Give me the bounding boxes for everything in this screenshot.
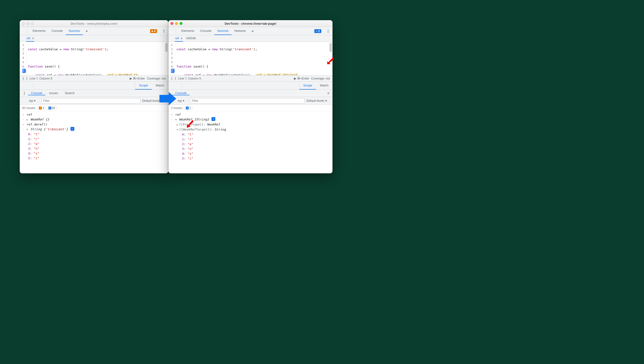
object-property[interactable]: 1: "r" (20, 137, 168, 142)
file-tab-vm[interactable]: VM348 (185, 35, 196, 42)
braces-icon[interactable]: { } (171, 77, 176, 80)
minimize-dot[interactable] (175, 22, 178, 25)
object-property[interactable]: 3: "n" (168, 146, 332, 151)
drawer-tab-console[interactable]: Console (172, 91, 190, 95)
tab-console[interactable]: Console (197, 27, 214, 35)
tab-scope[interactable]: Scope (135, 82, 152, 90)
object-property[interactable]: 4: "s" (168, 151, 332, 156)
object-property[interactable]: 3: "n" (20, 146, 168, 151)
log-levels[interactable]: Default levels ▾ (306, 99, 327, 102)
warn-pill[interactable]: !4 (37, 106, 46, 110)
code-content[interactable]: const cacheValue = new String('transient… (175, 42, 332, 75)
expand-icon[interactable] (177, 122, 179, 126)
step-over-icon[interactable] (172, 85, 174, 87)
coverage-status[interactable]: Coverage: n/a (147, 77, 166, 80)
issues-summary[interactable]: 2 Issues: ≡2 (168, 105, 332, 111)
run-snippet-icon[interactable] (170, 38, 172, 40)
close-drawer-icon[interactable]: × (326, 91, 331, 96)
close-dot[interactable] (170, 22, 173, 25)
tab-watch[interactable]: Watch (152, 82, 168, 90)
step-out-icon[interactable] (177, 85, 179, 87)
live-expression-icon[interactable] (38, 100, 40, 102)
step-icon[interactable] (179, 85, 181, 87)
inspect-icon[interactable] (21, 30, 23, 32)
run-icon[interactable] (21, 100, 23, 102)
coverage-status[interactable]: Coverage: n/a (311, 77, 330, 80)
clear-console-icon[interactable] (25, 100, 27, 102)
code-editor[interactable]: 1 2 3 4 5 6 7 const cacheValue = new Str… (168, 42, 332, 76)
titlebar[interactable]: DevTools - chrome://new-tab-page/ (168, 20, 332, 27)
object-property[interactable]: 5: "i" (20, 156, 168, 161)
filter-input[interactable] (190, 98, 305, 104)
tab-sources[interactable]: Sources (66, 27, 83, 35)
tab-console[interactable]: Console (49, 27, 66, 35)
tab-elements[interactable]: Elements (178, 27, 197, 35)
object-internal[interactable]: [[Prototype]]: WeakRef (168, 122, 332, 127)
context-selector[interactable]: top ▾ (178, 99, 184, 102)
expand-icon[interactable] (27, 127, 29, 132)
step-icon[interactable] (31, 85, 33, 87)
live-expression-icon[interactable] (186, 100, 188, 102)
step-into-icon[interactable] (26, 85, 28, 87)
line-gutter[interactable]: 1 2 3 4 5 6 7 (20, 42, 26, 75)
tab-scope[interactable]: Scope (299, 82, 316, 90)
console-output[interactable]: ref WeakRef {} ref.deref() String {'tran… (20, 111, 168, 173)
object-property[interactable]: 1: "r" (168, 137, 332, 142)
expand-icon[interactable] (27, 117, 29, 122)
console-output-row[interactable]: String {'transient'}i (20, 127, 168, 132)
deactivate-breakpoints-icon[interactable] (183, 85, 185, 87)
object-property[interactable]: 2: "a" (20, 142, 168, 146)
tab-network[interactable]: Network (232, 27, 249, 35)
object-property[interactable]: 4: "s" (20, 151, 168, 156)
more-menu-icon[interactable] (325, 28, 331, 34)
file-tab-ref[interactable]: ref × (175, 35, 183, 42)
object-property[interactable]: 5: "i" (168, 156, 332, 161)
settings-icon[interactable] (158, 30, 160, 32)
drawer-tab-console[interactable]: Console (28, 91, 45, 95)
run-snippet-icon[interactable] (22, 38, 24, 40)
object-property[interactable]: 0: "t" (168, 132, 332, 137)
deactivate-breakpoints-icon[interactable] (34, 85, 36, 87)
close-dot[interactable] (22, 22, 25, 25)
device-toggle-icon[interactable] (173, 30, 175, 32)
console-output[interactable]: ref WeakRef {String}i [[Prototype]]: Wea… (168, 111, 332, 173)
close-icon[interactable]: × (180, 36, 182, 40)
line-gutter[interactable]: 1 2 3 4 5 6 7 (168, 42, 175, 75)
device-toggle-icon[interactable] (24, 30, 26, 32)
object-property[interactable]: 0: "t" (20, 132, 168, 137)
tab-watch[interactable]: Watch (316, 82, 332, 90)
more-menu-icon[interactable] (161, 28, 167, 34)
braces-icon[interactable]: { } (22, 77, 28, 80)
tab-overflow[interactable]: » (83, 27, 91, 35)
code-editor[interactable]: 1 2 3 4 5 6 7 const cacheValue = new Str… (20, 42, 168, 76)
tab-sources[interactable]: Sources (214, 27, 232, 35)
settings-icon[interactable] (322, 30, 324, 32)
info-icon[interactable]: i (71, 127, 74, 131)
resume-icon[interactable] (21, 85, 23, 87)
expand-icon[interactable] (175, 117, 178, 122)
minimize-dot[interactable] (26, 22, 29, 25)
expand-icon[interactable] (177, 128, 179, 131)
zoom-dot[interactable] (179, 22, 182, 25)
issues-summary[interactable]: 92 Issues: !4 ≡88 (20, 105, 168, 111)
info-pill[interactable]: ≡2 (184, 106, 192, 110)
info-pill[interactable]: ≡88 (47, 106, 57, 110)
step-out-icon[interactable] (29, 85, 31, 87)
scrollbar[interactable] (329, 43, 332, 52)
object-internal[interactable]: [[WeakRefTarget]]: String (168, 127, 332, 132)
resume-icon[interactable] (170, 85, 172, 87)
step-into-icon[interactable] (175, 85, 177, 87)
tab-elements[interactable]: Elements (30, 27, 49, 35)
titlebar[interactable]: DevTools - www.photopea.com/ (20, 20, 168, 27)
tab-overflow[interactable]: » (249, 27, 256, 35)
warnings-badge[interactable]: ■4 (150, 29, 157, 33)
console-output-row[interactable]: WeakRef {} (20, 117, 168, 122)
scrollbar[interactable] (165, 43, 168, 52)
console-settings-icon[interactable] (329, 100, 331, 102)
object-property[interactable]: 2: "a" (168, 142, 332, 146)
file-tab-ref[interactable]: ref × (26, 35, 34, 42)
issues-badge[interactable]: ≡2 (314, 29, 321, 33)
close-icon[interactable]: × (31, 36, 34, 40)
drawer-more-icon[interactable] (21, 90, 27, 96)
code-content[interactable]: const cacheValue = new String('transient… (26, 42, 168, 75)
